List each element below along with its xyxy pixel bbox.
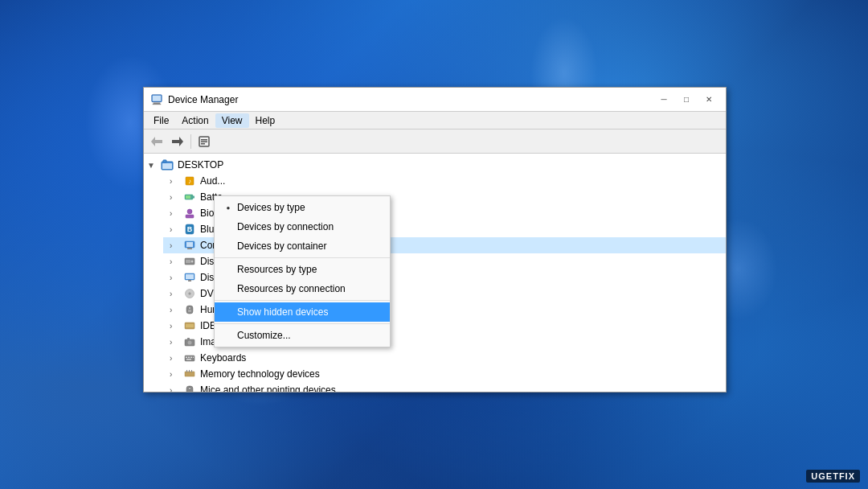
svg-point-35	[190, 294, 190, 294]
toolbar-separator	[190, 134, 191, 149]
item-arrow: ›	[170, 338, 182, 347]
svg-rect-11	[201, 143, 205, 145]
svg-rect-21	[186, 215, 194, 218]
close-button[interactable]: ✕	[698, 92, 719, 108]
menu-customize[interactable]: Customize...	[215, 326, 390, 345]
root-arrow: ▼	[147, 161, 160, 170]
svg-text:B: B	[187, 225, 193, 233]
dvd-icon	[182, 287, 197, 300]
content-area: ▼ DESKTOP › ♪ Aud...	[144, 154, 726, 392]
title-bar: Device Manager ─ □ ✕	[144, 88, 726, 112]
imaging-icon	[182, 335, 197, 348]
memory-label: Memory technology devices	[200, 368, 320, 380]
tree-root-item[interactable]: ▼ DESKTOP	[144, 157, 726, 173]
keyboards-label: Keyboards	[200, 352, 246, 364]
svg-point-56	[189, 388, 190, 389]
battery-icon	[182, 191, 197, 203]
svg-rect-14	[162, 163, 172, 169]
display-icon	[182, 271, 197, 284]
item-arrow: ›	[170, 273, 182, 282]
svg-rect-5	[154, 140, 162, 143]
tree-item-audio[interactable]: › ♪ Aud...	[163, 173, 726, 189]
item-arrow: ›	[170, 370, 182, 379]
menu-devices-by-container[interactable]: Devices by container	[215, 236, 390, 256]
radio-checked-icon	[223, 204, 234, 212]
mice-label: Mice and other pointing devices	[200, 384, 336, 392]
svg-rect-13	[163, 160, 166, 162]
svg-point-37	[189, 307, 190, 309]
svg-rect-47	[190, 357, 192, 359]
item-arrow: ›	[170, 290, 182, 298]
svg-rect-2	[153, 104, 162, 105]
menu-file[interactable]: File	[147, 113, 175, 128]
menu-devices-by-connection[interactable]: Devices by connection	[215, 217, 390, 236]
item-arrow: ›	[170, 225, 182, 234]
svg-rect-10	[201, 141, 207, 142]
menu-bar: File Action View Help	[144, 112, 726, 129]
menu-help[interactable]: Help	[249, 113, 282, 128]
svg-rect-49	[186, 359, 191, 360]
svg-rect-7	[172, 140, 180, 143]
svg-rect-45	[186, 357, 187, 359]
devices-by-container-label: Devices by container	[237, 240, 326, 252]
svg-point-28	[191, 261, 194, 263]
keyboards-icon	[182, 351, 197, 364]
computer-icon	[182, 239, 197, 252]
menu-resources-by-type[interactable]: Resources by type	[215, 260, 390, 279]
forward-button[interactable]	[168, 132, 187, 151]
svg-point-42	[188, 341, 192, 345]
minimize-button[interactable]: ─	[653, 92, 674, 108]
item-arrow: ›	[170, 386, 182, 392]
menu-resources-by-connection[interactable]: Resources by connection	[215, 279, 390, 298]
svg-rect-32	[188, 280, 191, 281]
menu-action[interactable]: Action	[175, 113, 215, 128]
svg-rect-52	[189, 370, 190, 372]
item-arrow: ›	[170, 306, 182, 314]
item-arrow: ›	[170, 209, 182, 218]
item-arrow: ›	[170, 177, 182, 186]
menu-show-hidden-devices[interactable]: Show hidden devices	[215, 302, 390, 322]
device-manager-window: Device Manager ─ □ ✕ File Action View He…	[143, 87, 727, 392]
svg-rect-1	[154, 102, 161, 104]
svg-point-20	[187, 209, 192, 214]
show-hidden-devices-label: Show hidden devices	[237, 306, 328, 318]
svg-rect-31	[186, 274, 194, 279]
svg-rect-26	[187, 248, 192, 249]
item-arrow: ›	[170, 193, 182, 202]
audio-icon: ♪	[182, 175, 197, 187]
tree-item-mice[interactable]: › Mice and other pointing devices	[163, 382, 726, 392]
svg-rect-38	[188, 310, 191, 312]
svg-rect-53	[191, 370, 192, 372]
back-button[interactable]	[147, 132, 166, 151]
tree-item-keyboards[interactable]: › Keyboards	[163, 350, 726, 366]
disk-icon	[182, 255, 197, 268]
svg-rect-44	[185, 355, 194, 361]
menu-separator-3	[215, 323, 390, 324]
mice-icon	[182, 384, 197, 392]
item-arrow: ›	[170, 322, 182, 331]
audio-label: Aud...	[200, 175, 225, 187]
devices-by-type-label: Devices by type	[237, 202, 305, 213]
hid-icon	[182, 303, 197, 316]
svg-rect-19	[186, 195, 190, 199]
menu-view[interactable]: View	[215, 113, 249, 128]
resources-by-type-label: Resources by type	[237, 264, 317, 275]
menu-separator-2	[215, 300, 390, 301]
svg-rect-9	[201, 139, 207, 141]
tree-item-memory[interactable]: › Memory technology devices	[163, 366, 726, 382]
window-controls: ─ □ ✕	[653, 92, 719, 108]
devices-by-connection-label: Devices by connection	[237, 221, 334, 232]
ide-icon	[182, 319, 197, 332]
properties-button[interactable]	[194, 132, 214, 151]
svg-rect-40	[186, 324, 194, 327]
svg-rect-29	[186, 260, 190, 263]
bluetooth-icon: B	[182, 223, 197, 236]
svg-rect-51	[186, 370, 187, 372]
item-arrow: ›	[170, 354, 182, 363]
menu-separator	[215, 257, 390, 258]
window-title: Device Manager	[168, 94, 653, 105]
root-icon	[160, 158, 174, 171]
maximize-button[interactable]: □	[676, 92, 697, 108]
svg-rect-25	[186, 242, 193, 247]
menu-devices-by-type[interactable]: Devices by type	[215, 198, 390, 217]
